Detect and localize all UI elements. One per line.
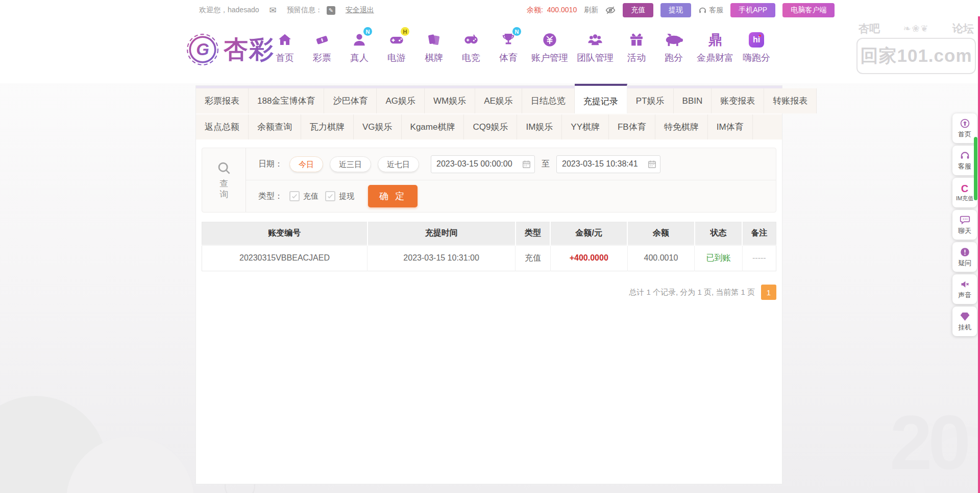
tab[interactable]: AE娱乐 (475, 88, 522, 113)
welcome-text: 欢迎您，hadesado (199, 6, 259, 15)
sidebar-item-hangup[interactable]: 挂机 (952, 307, 977, 336)
nav-item-activity[interactable]: 活动 (622, 30, 651, 64)
tab[interactable]: 特免棋牌 (655, 114, 708, 139)
eye-off-icon[interactable] (605, 5, 616, 15)
date-to-input[interactable] (556, 155, 660, 173)
records-table: 账变编号充提时间类型金额/元余额状态备注 20230315VBBEACJAED2… (202, 222, 776, 271)
svg-text:G: G (196, 40, 209, 59)
column-header: 充提时间 (368, 222, 516, 245)
range-7days-pill[interactable]: 近七日 (378, 156, 419, 172)
im-recharge-icon: C (961, 183, 968, 194)
sidebar-item-sound[interactable]: 声音 (952, 274, 977, 304)
sidebar-item-service[interactable]: 客服 (952, 146, 977, 175)
tab[interactable]: 转账报表 (764, 88, 817, 113)
exclamation-circle-icon (960, 247, 970, 257)
lottery-ticket-icon (314, 30, 330, 50)
sidebar-item-chat[interactable]: 聊天 (952, 210, 977, 240)
mobile-app-button[interactable]: 手机APP (730, 3, 775, 17)
logo-text: 杏彩 (224, 33, 275, 66)
calendar-icon[interactable] (522, 159, 531, 169)
edge-accent-line (978, 16, 980, 493)
diamond-icon (960, 311, 970, 322)
hot-badge: H (401, 27, 409, 36)
cell: 400.0010 (627, 245, 695, 271)
confirm-button[interactable]: 确 定 (368, 185, 418, 207)
tab[interactable]: YY棋牌 (562, 114, 609, 139)
table-header-row: 账变编号充提时间类型金额/元余额状态备注 (202, 222, 776, 245)
tab[interactable]: FB体育 (609, 114, 655, 139)
logo-emblem-icon: G (186, 33, 219, 66)
page-1-button[interactable]: 1 (761, 285, 776, 300)
calendar-icon[interactable] (647, 159, 657, 169)
tab[interactable]: VG娱乐 (354, 114, 402, 139)
range-3days-pill[interactable]: 近三日 (330, 156, 371, 172)
search-label: 查询 (219, 178, 229, 200)
cell: 已到账 (695, 245, 742, 271)
account-coin-icon (542, 30, 558, 50)
nav-item-boardgames[interactable]: 棋牌 (420, 30, 448, 64)
nav-item-lottery[interactable]: 彩票 (308, 30, 336, 64)
filter-box: 查询 日期： 今日 近三日 近七日 至 类型： (202, 148, 776, 213)
mail-icon[interactable]: ✉ (270, 5, 277, 16)
nav-item-esports[interactable]: 电竞 (457, 30, 485, 64)
cell: 2023-03-15 10:31:00 (368, 245, 516, 271)
sidebar-item-question[interactable]: 疑问 (952, 242, 977, 272)
tab[interactable]: PT娱乐 (627, 88, 674, 113)
gift-icon (628, 30, 645, 50)
nav-item-sports[interactable]: N 体育 (494, 30, 523, 64)
to-label: 至 (542, 159, 550, 170)
nav-item-paofen[interactable]: 跑分 (659, 30, 688, 64)
cell: +400.0000 (550, 245, 627, 271)
type-recharge-checkbox[interactable]: 充值 (289, 191, 318, 201)
nav-item-live[interactable]: N 真人 (345, 30, 374, 64)
nav-item-hipaofen[interactable]: hi 嗨跑分 (742, 30, 771, 64)
tab[interactable]: 瓦力棋牌 (301, 114, 354, 139)
site-logo[interactable]: G 杏彩 (186, 33, 275, 66)
withdraw-button[interactable]: 提现 (660, 3, 691, 17)
nav-item-team[interactable]: 团队管理 (577, 30, 614, 64)
topbar: 欢迎您，hadesado ✉ 预留信息： ✎ 安全退出 余额: 400.0010… (0, 0, 980, 20)
records-table-wrap: 账变编号充提时间类型金额/元余额状态备注 20230315VBBEACJAED2… (202, 222, 776, 271)
tab[interactable]: BBIN (674, 88, 712, 113)
tab[interactable]: 188金宝博体育 (249, 88, 324, 113)
recharge-button[interactable]: 充值 (623, 3, 653, 17)
tab[interactable]: IM娱乐 (517, 114, 562, 139)
date-from-input[interactable] (431, 155, 535, 173)
service-label: 客服 (709, 6, 723, 15)
tab[interactable]: 账变报表 (712, 88, 764, 113)
pc-client-button[interactable]: 电脑客户端 (782, 3, 835, 17)
tab[interactable]: 沙巴体育 (324, 88, 377, 113)
tab[interactable]: Kgame棋牌 (402, 114, 464, 139)
scrollbar-thumb[interactable] (974, 137, 977, 200)
home-icon (277, 30, 293, 50)
sidebar-item-home[interactable]: 首页 (952, 113, 977, 143)
column-header: 备注 (742, 222, 776, 245)
refresh-link[interactable]: 刷新 (584, 6, 598, 15)
tab[interactable]: CQ9娱乐 (464, 114, 517, 139)
tab[interactable]: 日结总览 (522, 88, 575, 113)
nav-item-home[interactable]: 首页 (271, 30, 299, 64)
nav-item-label: 活动 (627, 52, 646, 64)
report-tabs: 彩票报表188金宝博体育沙巴体育AG娱乐WM娱乐AE娱乐日结总览充提记录PT娱乐… (196, 86, 782, 139)
edit-pencil-icon[interactable]: ✎ (327, 6, 335, 15)
egame-gamepad-icon: H (388, 30, 405, 50)
sidebar-item-im-recharge[interactable]: C IM充值 (952, 178, 977, 207)
tab[interactable]: IM体育 (708, 114, 753, 139)
tab[interactable]: 余额查询 (249, 114, 301, 139)
date-label: 日期： (258, 159, 283, 170)
tab[interactable]: 充提记录 (575, 84, 627, 113)
tab[interactable]: AG娱乐 (377, 88, 425, 113)
nav-item-jinding[interactable]: 鼎 金鼎财富 (697, 30, 733, 64)
table-row: 20230315VBBEACJAED2023-03-15 10:31:00充值+… (202, 245, 776, 271)
range-today-pill[interactable]: 今日 (289, 156, 323, 172)
mute-speaker-icon (960, 279, 970, 290)
logout-link[interactable]: 安全退出 (346, 6, 374, 15)
nav-item-account[interactable]: 账户管理 (531, 30, 568, 64)
customer-service-link[interactable]: 客服 (698, 6, 723, 15)
column-header: 账变编号 (202, 222, 368, 245)
nav-item-egame[interactable]: H 电游 (382, 30, 411, 64)
tab[interactable]: 返点总额 (196, 114, 249, 139)
type-withdraw-checkbox[interactable]: 提现 (325, 191, 354, 201)
tab[interactable]: WM娱乐 (425, 88, 475, 113)
tab[interactable]: 彩票报表 (196, 88, 249, 113)
